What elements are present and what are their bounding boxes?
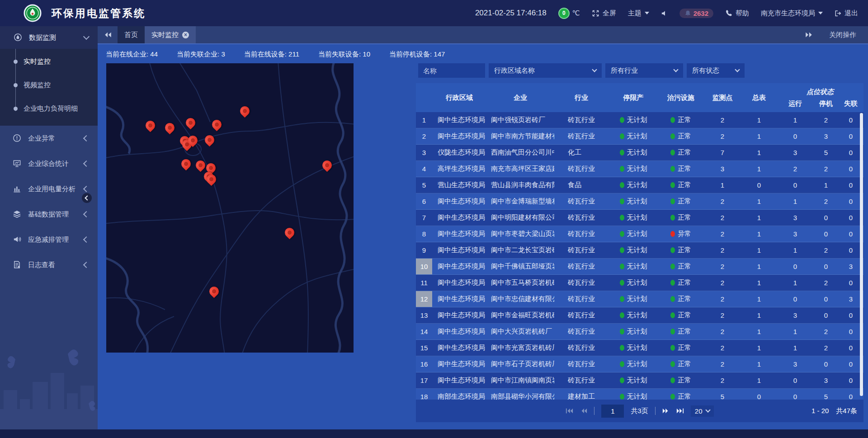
table-row[interactable]: 2 阆中生态环境局 阆中市南方节能建材有 砖瓦行业 无计划 正常 2 1 0 3…	[416, 128, 863, 145]
cell-region: 阆中生态环境局	[432, 376, 486, 385]
limit-status-text: 无计划	[627, 116, 647, 124]
stat-value: 10	[363, 50, 370, 58]
sidebar-group[interactable]: 数据监测	[0, 26, 98, 49]
sidebar-collapse-handle[interactable]	[82, 193, 92, 203]
cell-run: 3	[777, 214, 814, 221]
sidebar-subitem[interactable]: 视频监控	[0, 73, 98, 97]
status-filter-select[interactable]: 所有状态	[687, 63, 745, 78]
cell-run: 2	[777, 165, 814, 173]
fullscreen-icon	[592, 9, 599, 17]
cell-run: 0	[777, 181, 814, 189]
header-company: 企业	[486, 94, 554, 102]
table-row[interactable]: 13 阆中生态环境局 阆中市金福旺页岩机砖 砖瓦行业 无计划 正常 2 1 3 …	[416, 307, 863, 324]
region-filter-select[interactable]: 行政区域名称	[489, 63, 602, 78]
table-row[interactable]: 3 仪陇生态环境局 西南油气田分公司川中 化工 无计划 正常 7 1 3 5 0	[416, 145, 863, 161]
cell-industry: 砖瓦行业	[554, 246, 609, 254]
cell-index: 7	[416, 210, 432, 226]
point-status-title: 点位状态	[777, 88, 863, 96]
cell-facility: 正常	[658, 392, 703, 400]
page-number-input[interactable]	[601, 405, 624, 418]
notifications-button[interactable]: 2632	[679, 9, 713, 18]
sidebar-item[interactable]: 企业异常	[0, 126, 98, 151]
log-icon	[13, 260, 22, 269]
table-row[interactable]: 8 阆中生态环境局 阆中市枣碧大梁山页岩 砖瓦行业 无计划 异常 2 1 3 0…	[416, 226, 863, 242]
sidebar-item[interactable]: 日志查看	[0, 252, 98, 278]
last-page-button[interactable]	[676, 408, 684, 414]
map[interactable]	[106, 63, 354, 353]
table-row[interactable]: 1 阆中生态环境局 阆中强锐页岩砖厂 砖瓦行业 无计划 正常 2 1 1 2 0	[416, 112, 863, 128]
close-operations-button[interactable]: 关闭操作	[829, 31, 856, 39]
table-row[interactable]: 14 阆中生态环境局 阆中大兴页岩机砖厂 砖瓦行业 无计划 正常 2 1 1 2…	[416, 324, 863, 340]
table-row[interactable]: 6 阆中生态环境局 阆中市金博瑞新型墙材 砖瓦行业 无计划 正常 2 1 1 2…	[416, 193, 863, 210]
table-row[interactable]: 7 阆中生态环境局 阆中明阳建材有限公司 砖瓦行业 无计划 正常 2 1 3 0…	[416, 210, 863, 226]
temperature-value: 0	[558, 8, 570, 19]
table-row[interactable]: 9 阆中生态环境局 阆中市二龙长宝页岩砖 砖瓦行业 无计划 正常 2 1 1 2…	[416, 242, 863, 259]
page-size-select[interactable]: 20	[691, 405, 714, 417]
cell-points: 2	[703, 311, 741, 319]
table-row[interactable]: 5 营山生态环境局 营山县润丰肉食品有限 食品 无计划 正常 1 0 0 1 0	[416, 177, 863, 193]
volume-button[interactable]	[661, 10, 668, 17]
prev-page-button[interactable]	[580, 408, 587, 414]
sidebar-item[interactable]: 应急减排管理	[0, 227, 98, 252]
table-row[interactable]: 18 南部生态环境局 南部县砌华小河有限公 建材加工 无计划 正常 5 0 0 …	[416, 389, 863, 400]
table-row[interactable]: 12 阆中生态环境局 阆中市忠信建材有限公 砖瓦行业 无计划 正常 2 1 0 …	[416, 291, 863, 307]
tab[interactable]: 首页	[118, 26, 145, 43]
limit-status-dot	[620, 264, 624, 269]
bell-icon	[684, 10, 691, 17]
cell-limit: 无计划	[609, 344, 658, 352]
table-row[interactable]: 15 阆中生态环境局 阆中市光富页岩机砖厂 砖瓦行业 无计划 正常 2 1 1 …	[416, 340, 863, 356]
sidebar-item-label: 基础数据管理	[28, 210, 69, 219]
cell-run: 3	[777, 360, 814, 368]
cell-stop: 2	[814, 246, 838, 254]
cell-index: 10	[416, 259, 432, 274]
table-row[interactable]: 17 阆中生态环境局 阆中市江南镇阆南页岩 砖瓦行业 无计划 正常 2 1 0 …	[416, 372, 863, 389]
cell-facility: 正常	[658, 197, 703, 206]
name-filter-input[interactable]	[418, 63, 485, 78]
table-body: 1 阆中生态环境局 阆中强锐页岩砖厂 砖瓦行业 无计划 正常 2 1 1 2 0…	[416, 112, 863, 400]
exit-button[interactable]: 退出	[835, 9, 858, 18]
industry-filter-select[interactable]: 所有行业	[605, 63, 683, 78]
limit-status-dot	[620, 117, 624, 123]
tab[interactable]: 实时监控	[145, 26, 196, 43]
table-scrollbar-thumb[interactable]	[860, 113, 863, 396]
fullscreen-button[interactable]: 全屏	[592, 9, 616, 18]
table-row[interactable]: 16 阆中生态环境局 阆中市石子页岩机砖厂 砖瓦行业 无计划 正常 2 1 3 …	[416, 356, 863, 372]
caret-down-icon	[818, 12, 823, 14]
cell-company: 阆中强锐页岩砖厂	[486, 116, 554, 124]
header-meters: 总表	[741, 94, 777, 102]
cell-limit: 无计划	[609, 311, 658, 320]
first-page-button[interactable]	[566, 408, 573, 414]
chevron-left-icon	[85, 195, 90, 200]
facility-status-text: 正常	[678, 213, 691, 222]
cell-index: 6	[416, 193, 432, 209]
limit-status-dot	[620, 394, 624, 400]
scroll-tabs-right-icon[interactable]	[805, 32, 813, 38]
sidebar-subitem[interactable]: 实时监控	[0, 50, 98, 73]
cell-points: 7	[703, 149, 741, 156]
scroll-tabs-left-icon[interactable]	[104, 32, 112, 38]
tab-close-icon[interactable]	[182, 32, 189, 38]
cell-points: 2	[703, 246, 741, 254]
help-button[interactable]: 帮助	[725, 9, 749, 18]
sidebar-item[interactable]: 企业综合统计	[0, 151, 98, 176]
table-row[interactable]: 11 阆中生态环境局 阆中市五马桥页岩机砖 砖瓦行业 无计划 正常 2 1 1 …	[416, 275, 863, 291]
cell-facility: 正常	[658, 148, 703, 157]
cell-company: 阆中市二龙长宝页岩砖	[486, 246, 554, 254]
sidebar-subitem[interactable]: 企业电力负荷明细	[0, 97, 98, 120]
sidebar-item[interactable]: 基础数据管理	[0, 202, 98, 227]
table-row[interactable]: 10 阆中生态环境局 阆中千佛镇五郎垭页岩 砖瓦行业 无计划 正常 2 1 0 …	[416, 259, 863, 275]
theme-menu-button[interactable]: 主题	[628, 9, 649, 18]
cell-limit: 无计划	[609, 246, 658, 254]
facility-status-dot	[670, 215, 675, 221]
next-page-button[interactable]	[662, 408, 670, 414]
facility-status-text: 正常	[678, 181, 691, 189]
cell-region: 阆中生态环境局	[432, 295, 486, 303]
stat-value: 147	[434, 50, 445, 58]
table-row[interactable]: 4 高坪生态环境局 南充市高坪区王家店建 砖瓦行业 无计划 正常 3 1 2 2…	[416, 161, 863, 177]
table-header: 行政区域 企业 行业 停限产 治污设施 监测点 总表 点位状态 运行 停机 失联	[416, 83, 863, 112]
cell-stop: 3	[814, 377, 838, 384]
facility-status-text: 正常	[678, 148, 691, 157]
organization-menu[interactable]: 南充市生态环境局	[761, 9, 823, 18]
cell-industry: 砖瓦行业	[554, 262, 609, 271]
cell-meters: 1	[741, 165, 777, 173]
